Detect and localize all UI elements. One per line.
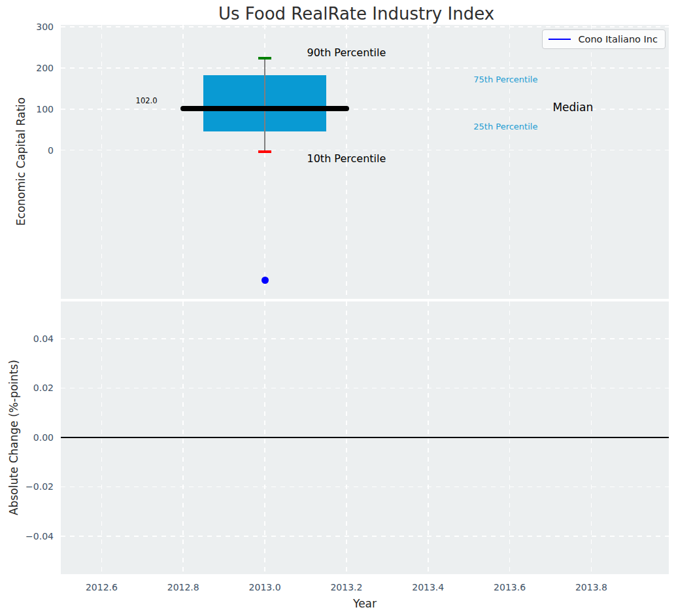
- gridline-vertical: [591, 25, 592, 299]
- y-tick-label: 300: [14, 22, 54, 32]
- company-point-marker: [262, 277, 269, 284]
- gridline-vertical: [509, 25, 511, 299]
- p25-annotation: 25th Percentile: [473, 122, 537, 131]
- y-tick-label: 0.00: [14, 432, 54, 443]
- top-plot-area: 90th Percentile75th PercentileMedian25th…: [61, 25, 669, 299]
- x-tick-label: 2013.6: [487, 582, 533, 592]
- x-tick-label: 2013.8: [568, 582, 614, 592]
- median-value-annotation: 102.0: [136, 96, 158, 105]
- p90-annotation: 90th Percentile: [307, 46, 386, 59]
- legend: Cono Italiano Inc: [542, 29, 666, 49]
- gridline-vertical: [101, 25, 103, 299]
- x-tick-label: 2012.6: [78, 582, 124, 592]
- gridline-horizontal: [61, 26, 669, 27]
- median-line: [180, 106, 349, 111]
- x-tick-label: 2013.4: [405, 582, 451, 592]
- zero-line: [61, 437, 669, 438]
- chart-figure: Us Food RealRate Industry Index Economic…: [0, 0, 676, 616]
- gridline-horizontal: [61, 67, 669, 69]
- y-tick-label: 200: [14, 63, 54, 73]
- legend-line-swatch: [549, 39, 571, 41]
- p10-cap: [258, 150, 271, 153]
- p75-annotation: 75th Percentile: [473, 74, 537, 84]
- x-tick-label: 2013.2: [324, 582, 369, 592]
- y-tick-label: −0.04: [14, 531, 54, 541]
- y-tick-label: 0.02: [14, 383, 54, 393]
- whisker-line: [264, 58, 265, 152]
- x-axis-label: Year: [353, 597, 377, 610]
- legend-label: Cono Italiano Inc: [578, 34, 658, 44]
- p10-annotation: 10th Percentile: [307, 152, 386, 165]
- bottom-plot-area: [61, 301, 669, 574]
- x-tick-label: 2013.0: [242, 582, 288, 592]
- p90-cap: [258, 57, 271, 60]
- y-tick-label: −0.02: [14, 481, 54, 492]
- y-axis-label-bottom: Absolute Change (%-points): [7, 360, 20, 515]
- gridline-horizontal: [61, 487, 669, 488]
- gridline-vertical: [182, 25, 184, 299]
- gridline-horizontal: [61, 388, 669, 389]
- y-tick-label: 0.04: [14, 334, 54, 344]
- gridline-horizontal: [61, 150, 669, 151]
- y-axis-label-top: Economic Capital Ratio: [14, 97, 27, 226]
- median-annotation: Median: [552, 101, 593, 114]
- gridline-vertical: [428, 25, 429, 299]
- x-tick-label: 2012.8: [160, 582, 206, 592]
- gridline-horizontal: [61, 536, 669, 537]
- chart-title: Us Food RealRate Industry Index: [218, 4, 494, 24]
- gridline-horizontal: [61, 338, 669, 339]
